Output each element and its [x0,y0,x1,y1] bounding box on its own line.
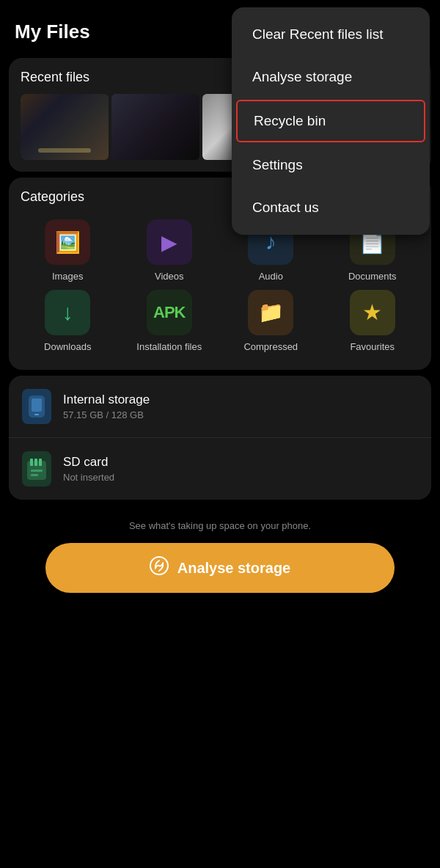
compressed-icon: 📁 [258,300,284,324]
analyse-icon [150,556,169,580]
analyse-button-label: Analyse storage [177,560,291,577]
svg-rect-7 [31,470,43,472]
analyse-storage-button[interactable]: Analyse storage [45,543,395,593]
internal-storage-item[interactable]: Internal storage 57.15 GB / 128 GB [9,376,431,437]
svg-rect-6 [39,459,42,466]
svg-rect-2 [34,414,39,415]
thumbnail-1[interactable] [21,94,109,160]
dropdown-item-contact[interactable]: Contact us [232,186,430,229]
compressed-label: Compressed [243,341,298,353]
apk-icon-bg: APK [147,290,192,335]
category-compressed[interactable]: 📁 Compressed [224,290,318,353]
phone-icon [22,389,51,424]
bottom-section: See what's taking up space on your phone… [0,506,440,615]
sdcard-storage-sub: Not inserted [63,472,418,483]
videos-label: Videos [155,271,184,282]
sd-icon [22,451,51,486]
svg-rect-1 [32,398,42,412]
category-favourites[interactable]: ★ Favourites [326,290,420,353]
svg-rect-5 [34,459,37,466]
svg-rect-4 [30,459,33,466]
category-apk[interactable]: APK Installation files [122,290,217,353]
apk-icon: APK [153,303,185,322]
dropdown-item-settings[interactable]: Settings [232,144,430,186]
dropdown-item-clear[interactable]: Clear Recent files list [232,13,430,56]
documents-label: Documents [348,271,397,282]
favourites-icon: ★ [362,299,382,325]
category-downloads[interactable]: ↓ Downloads [21,290,115,353]
favourites-icon-bg: ★ [350,290,395,335]
favourites-label: Favourites [350,341,395,353]
svg-rect-8 [31,474,38,476]
audio-label: Audio [259,271,283,282]
thumbnail-2[interactable] [111,94,199,160]
videos-icon-bg: ▶ [147,219,192,265]
dropdown-item-recycle[interactable]: Recycle bin [236,100,425,142]
internal-storage-name: Internal storage [63,393,418,407]
bottom-hint: See what's taking up space on your phone… [15,520,425,531]
dropdown-item-analyse[interactable]: Analyse storage [232,56,430,98]
dropdown-menu: Clear Recent files list Analyse storage … [232,7,430,235]
storage-section: Internal storage 57.15 GB / 128 GB SD ca… [9,376,431,500]
apk-label: Installation files [136,341,202,353]
downloads-label: Downloads [44,341,91,353]
images-label: Images [52,271,84,282]
videos-icon: ▶ [161,230,177,255]
categories-grid: 🖼️ Images ▶ Videos ♪ Audio 📄 Documents ↓ [21,214,419,358]
images-icon: 🖼️ [55,230,81,255]
internal-storage-sub: 57.15 GB / 128 GB [63,409,418,420]
images-icon-bg: 🖼️ [45,219,90,265]
page-title: My Files [15,21,90,43]
downloads-icon-bg: ↓ [45,290,90,335]
compressed-icon-bg: 📁 [248,290,293,335]
category-images[interactable]: 🖼️ Images [21,219,115,282]
internal-storage-info: Internal storage 57.15 GB / 128 GB [63,393,418,420]
category-videos[interactable]: ▶ Videos [122,219,217,282]
sdcard-storage-info: SD card Not inserted [63,455,418,483]
downloads-icon: ↓ [62,300,73,325]
sdcard-storage-item[interactable]: SD card Not inserted [9,437,431,500]
sdcard-storage-name: SD card [63,455,418,470]
